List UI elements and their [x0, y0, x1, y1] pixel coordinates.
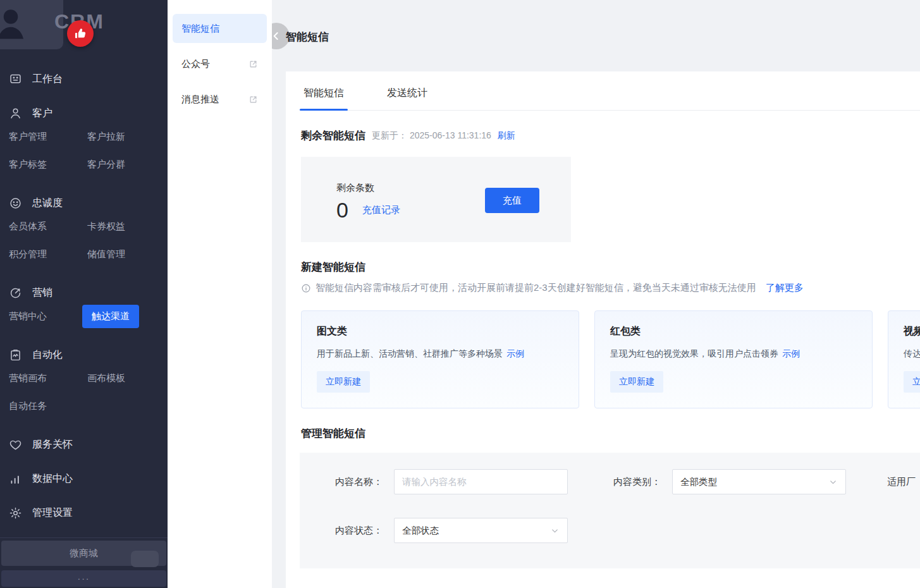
create-now-button[interactable]: 立即新建 — [610, 371, 663, 393]
tab-send-stats[interactable]: 发送统计 — [383, 87, 431, 110]
drag-handle[interactable] — [131, 551, 159, 567]
filter-panel: 内容名称： 内容类别： 全部类型 适用厂 内容状态： 全部状态 — [300, 453, 920, 568]
sidebar-item-automation[interactable]: 自动化 — [0, 345, 168, 364]
primary-sidebar: CRM 工作台 客户 客户管理 客户拉新 — [0, 0, 168, 588]
sub-item-label: 卡券权益 — [87, 221, 125, 233]
subnav-label: 公众号 — [181, 58, 210, 70]
filter-row-1: 内容名称： 内容类别： 全部类型 适用厂 — [300, 469, 920, 494]
sidebar-item-member-system[interactable]: 会员体系 — [9, 212, 87, 240]
sidebar-item-data-center[interactable]: 数据中心 — [0, 469, 168, 488]
sidebar-item-label: 客户 — [32, 107, 52, 120]
learn-more-link[interactable]: 了解更多 — [766, 282, 804, 294]
recharge-record-link[interactable]: 充值记录 — [362, 204, 400, 216]
content-type-select[interactable]: 全部类型 — [672, 469, 846, 494]
bar-chart-icon — [9, 472, 22, 486]
promo-card-title: 视频类 — [904, 325, 920, 338]
thumbs-up-badge[interactable] — [67, 20, 94, 47]
sidebar-item-label: 服务关怀 — [32, 438, 73, 451]
content-name-input[interactable] — [394, 469, 568, 494]
content-status-select[interactable]: 全部状态 — [394, 518, 568, 543]
sidebar-item-coupon-benefits[interactable]: 卡券权益 — [87, 212, 159, 240]
promo-card-title: 图文类 — [317, 325, 563, 338]
create-section-title: 新建智能短信 — [301, 260, 920, 274]
promo-card-desc: 用于新品上新、活动营销、社群推广等多种场景示例 — [317, 348, 563, 360]
applicable-store-label: 适用厂 — [887, 476, 916, 488]
sidebar-item-customer-manage[interactable]: 客户管理 — [9, 123, 87, 150]
subnav-item-smart-sms[interactable]: 智能短信 — [173, 14, 267, 43]
sidebar-footer: 微商城 ··· — [0, 537, 168, 588]
info-icon — [301, 283, 311, 293]
sidebar-item-reach-channels[interactable]: 触达渠道 — [87, 302, 159, 330]
external-link-icon — [248, 59, 258, 69]
content-card: 智能短信 发送统计 剩余智能短信 更新于： 2025-06-13 11:31:1… — [286, 71, 920, 588]
chevron-left-icon — [270, 30, 283, 42]
sidebar-item-service-care[interactable]: 服务关怀 — [0, 435, 168, 454]
app-root: CRM 工作台 客户 客户管理 客户拉新 — [0, 0, 920, 588]
content-status-value: 全部状态 — [402, 525, 439, 537]
example-link[interactable]: 示例 — [506, 348, 524, 358]
sidebar-item-label: 营销 — [32, 286, 52, 300]
sidebar-item-marketing-center[interactable]: 营销中心 — [9, 302, 87, 330]
sidebar-item-label: 数据中心 — [32, 472, 73, 486]
sub-item-label: 客户拉新 — [87, 131, 125, 143]
smiley-icon — [9, 197, 22, 210]
refresh-link[interactable]: 刷新 — [498, 130, 515, 142]
sidebar-item-loyalty[interactable]: 忠诚度 — [0, 193, 168, 212]
chevron-down-icon — [828, 477, 838, 487]
gear-icon — [9, 506, 22, 520]
sidebar-item-marketing[interactable]: 营销 — [0, 283, 168, 302]
create-now-button[interactable]: 立即新建 — [904, 371, 920, 393]
primary-nav: 工作台 客户 客户管理 客户拉新 客户标签 客户分群 忠诚度 — [0, 56, 168, 522]
sidebar-item-stored-value[interactable]: 储值管理 — [87, 240, 159, 268]
create-now-button[interactable]: 立即新建 — [317, 371, 370, 393]
sub-item-label: 画布模板 — [87, 372, 125, 384]
person-logo-icon — [0, 4, 33, 46]
create-title-text: 新建智能短信 — [301, 260, 365, 274]
more-label: ··· — [78, 573, 90, 584]
updated-prefix: 更新于： — [372, 130, 407, 140]
balance-box: 剩余条数 0 充值记录 充值 — [301, 157, 571, 242]
sidebar-item-points-manage[interactable]: 积分管理 — [9, 240, 87, 268]
sub-item-label: 营销中心 — [9, 310, 47, 322]
filter-row-2: 内容状态： 全部状态 — [300, 518, 920, 543]
manage-title-text: 管理智能短信 — [301, 426, 365, 441]
external-link-icon — [248, 95, 258, 104]
sidebar-item-label: 管理设置 — [32, 506, 73, 520]
sidebar-item-customer[interactable]: 客户 — [0, 104, 168, 123]
more-button[interactable]: ··· — [1, 570, 166, 587]
heart-icon — [9, 438, 22, 451]
subnav-item-message-push[interactable]: 消息推送 — [173, 85, 267, 114]
promo-card-image-text: 图文类 用于新品上新、活动营销、社群推广等多种场景示例 立即新建 — [301, 310, 579, 408]
sidebar-item-customer-acquire[interactable]: 客户拉新 — [87, 123, 159, 150]
subnav-label: 消息推送 — [181, 94, 219, 106]
updated-time: 2025-06-13 11:31:16 — [410, 130, 491, 140]
example-link[interactable]: 示例 — [782, 348, 800, 358]
promo-desc-text: 用于新品上新、活动营销、社群推广等多种场景 — [317, 348, 503, 358]
logo-area: CRM — [0, 0, 168, 56]
sub-item-label: 客户分群 — [87, 159, 125, 171]
sidebar-item-customer-tags[interactable]: 客户标签 — [9, 150, 87, 178]
loyalty-submenu: 会员体系 卡券权益 积分管理 储值管理 — [0, 212, 168, 268]
sidebar-item-workbench[interactable]: 工作台 — [0, 70, 168, 89]
notice-row: 智能短信内容需审核后才可使用，活动开展前请提前2-3天创建好智能短信，避免当天未… — [301, 282, 920, 294]
sidebar-item-customer-segments[interactable]: 客户分群 — [87, 150, 159, 178]
sidebar-item-settings[interactable]: 管理设置 — [0, 503, 168, 522]
sub-item-label: 储值管理 — [87, 248, 125, 260]
recharge-button[interactable]: 充值 — [485, 188, 539, 213]
sub-item-label: 客户标签 — [9, 159, 47, 171]
active-sub-item-label: 触达渠道 — [82, 305, 139, 328]
subnav-label: 智能短信 — [181, 23, 219, 35]
sidebar-item-label: 工作台 — [32, 73, 63, 86]
subnav-item-official-account[interactable]: 公众号 — [173, 49, 267, 78]
promo-desc-text: 传达 — [904, 348, 920, 358]
thumbs-up-icon — [73, 27, 87, 40]
sidebar-item-canvas-templates[interactable]: 画布模板 — [87, 364, 159, 392]
user-icon — [9, 107, 22, 120]
tab-smart-sms[interactable]: 智能短信 — [300, 87, 348, 110]
sidebar-item-auto-tasks[interactable]: 自动任务 — [9, 392, 87, 420]
marketing-submenu: 营销中心 触达渠道 — [0, 302, 168, 330]
sidebar-item-marketing-canvas[interactable]: 营销画布 — [9, 364, 87, 392]
balance-title-text: 剩余智能短信 — [301, 128, 365, 143]
micro-mall-button[interactable]: 微商城 — [1, 541, 166, 566]
remaining-count-value: 0 — [336, 199, 348, 221]
